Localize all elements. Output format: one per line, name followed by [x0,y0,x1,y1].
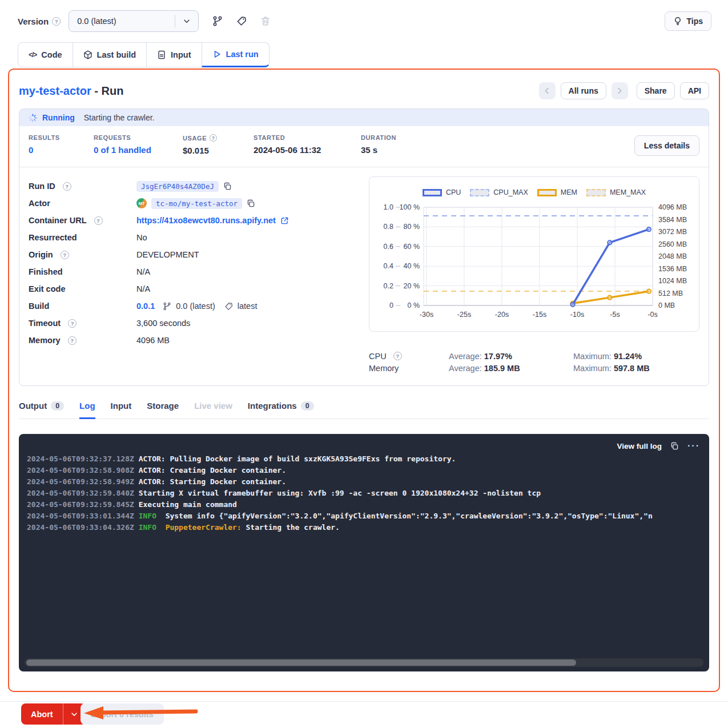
version-select[interactable]: 0.0 (latest) [69,10,199,32]
run-id-value: JsgEr6P40s4AZ0DeJ [136,181,219,192]
tag-icon[interactable] [236,16,247,26]
memory-help-icon[interactable]: ? [68,336,77,345]
chevron-down-icon [175,17,198,25]
actor-name-link[interactable]: my-test-actor [19,85,91,97]
results-value: 0 [29,145,69,155]
tips-button[interactable]: Tips [665,11,711,31]
spinner-icon [29,114,37,122]
view-full-log-link[interactable]: View full log [617,442,662,451]
svg-text:2048 MB: 2048 MB [658,252,687,260]
external-link-icon [280,216,289,225]
legend-item[interactable]: MEM [537,188,577,196]
svg-text:-10s: -10s [570,311,584,319]
top-toolbar: Version ? 0.0 (latest) Tips [18,10,711,32]
tab-last-run[interactable]: Last run [202,42,270,67]
scrollbar-thumb[interactable] [26,659,576,666]
actor-tab-bar: </> Code Last build Input Last run [18,42,270,67]
detail-row-memory: Memory? 4096 MB [29,332,369,349]
svg-text:512 MB: 512 MB [658,289,683,297]
copy-icon[interactable] [247,199,255,208]
usage-value: $0.015 [183,146,228,155]
svg-text:-25s: -25s [457,311,471,319]
started-value: 2024-05-06 11:32 [254,145,336,155]
tab-input[interactable]: Input [146,42,202,67]
log-line: 2024-05-06T09:32:59.840Z Starting X virt… [27,488,709,499]
usage-help-icon[interactable]: ? [210,134,217,142]
tab-output[interactable]: Output0 [19,401,64,419]
abort-button[interactable]: Abort [21,703,63,725]
container-url-link[interactable]: https://41xo8ewcvt80.runs.apify.net [136,216,276,225]
log-line: 2024-05-06T09:33:04.326Z INFO PuppeteerC… [27,522,709,533]
log-more-icon[interactable]: ··· [687,441,700,451]
svg-text:0.4: 0.4 [384,262,393,270]
detail-row-resurrected: Resurrected No [29,229,369,246]
version-label: Version [18,17,49,26]
package-icon [83,50,92,59]
tab-code[interactable]: </> Code [18,42,73,67]
timeout-help-icon[interactable]: ? [68,319,77,328]
tab-log[interactable]: Log [79,401,95,419]
svg-text:0 MB: 0 MB [658,301,675,309]
version-select-value: 0.0 (latest) [77,17,116,26]
legend-item[interactable]: MEM_MAX [586,188,646,196]
log-line: 2024-05-06T09:33:01.344Z INFO System inf… [27,510,709,522]
svg-text:80 %: 80 % [404,223,420,231]
origin-help-icon[interactable]: ? [61,251,69,259]
prev-run-button [539,82,556,99]
tab-run-input[interactable]: Input [111,401,132,419]
chart-legend: CPUCPU_MAXMEMMEM_MAX [369,188,699,196]
share-button[interactable]: Share [637,82,675,99]
build-version-link[interactable]: 0.0.1 [136,301,155,311]
svg-text:-0s: -0s [647,311,657,319]
cpu-maximum-value: 91.24% [614,352,642,361]
detail-row-actor: Actor MT tc-mo/my-test-actor [29,195,369,212]
tab-integrations[interactable]: Integrations0 [248,401,314,419]
svg-text:0.2: 0.2 [384,282,393,290]
stat-results: RESULTS 0 [29,134,69,155]
exit-code-value: N/A [136,284,150,293]
legend-item[interactable]: CPU_MAX [470,188,528,196]
svg-text:3072 MB: 3072 MB [658,228,687,236]
log-horizontal-scrollbar[interactable] [25,658,703,667]
svg-text:0: 0 [389,301,393,309]
detail-row-container-url: Container URL? https://41xo8ewcvt80.runs… [29,212,369,229]
svg-text:2560 MB: 2560 MB [658,240,687,248]
less-details-button[interactable]: Less details [634,135,699,156]
cpu-help-icon[interactable]: ? [393,352,402,360]
tab-storage[interactable]: Storage [147,401,179,419]
build-branch-value: 0.0 (latest) [176,301,215,311]
all-runs-button[interactable]: All runs [561,82,606,99]
run-header: my-test-actor - Run All runs Share API [19,82,709,99]
log-line: 2024-05-06T09:32:59.845Z Executing main … [27,499,709,510]
svg-text:4096 MB: 4096 MB [658,203,687,211]
api-button[interactable]: API [680,82,709,99]
actor-value-link[interactable]: tc-mo/my-test-actor [151,198,242,209]
actor-avatar: MT [136,198,147,208]
run-detail-panel: my-test-actor - Run All runs Share API [8,69,720,692]
detail-row-run-id: Run ID? JsgEr6P40s4AZ0DeJ [29,178,369,195]
svg-text:-30s: -30s [420,311,433,319]
tab-live-view: Live view [194,401,232,419]
next-run-button [612,82,628,99]
stats-row: RESULTS 0 REQUESTS 0 of 1 handled USAGE?… [19,126,709,167]
version-help-icon[interactable]: ? [52,17,61,26]
abort-split-button: Abort [21,703,86,725]
svg-text:1.0: 1.0 [384,203,393,211]
container-url-help-icon[interactable]: ? [94,216,103,225]
log-lines: 2024-05-06T09:32:37.128Z ACTOR: Pulling … [27,453,709,533]
page-title: my-test-actor - Run [19,85,123,98]
lightbulb-icon [673,17,682,26]
timeout-value: 3,600 seconds [136,319,190,328]
tab-last-build[interactable]: Last build [73,42,147,67]
svg-text:0 %: 0 % [407,301,420,309]
duration-value: 35 s [361,145,396,155]
copy-icon[interactable] [223,182,232,191]
legend-item[interactable]: CPU [423,188,461,196]
copy-log-icon[interactable] [670,442,679,451]
branch-icon[interactable] [212,16,223,26]
detail-row-origin: Origin? DEVELOPMENT [29,246,369,263]
stat-requests: REQUESTS 0 of 1 handled [94,134,158,155]
svg-text:-5s: -5s [610,311,620,319]
run-id-help-icon[interactable]: ? [63,182,71,191]
svg-text:1536 MB: 1536 MB [658,265,687,273]
